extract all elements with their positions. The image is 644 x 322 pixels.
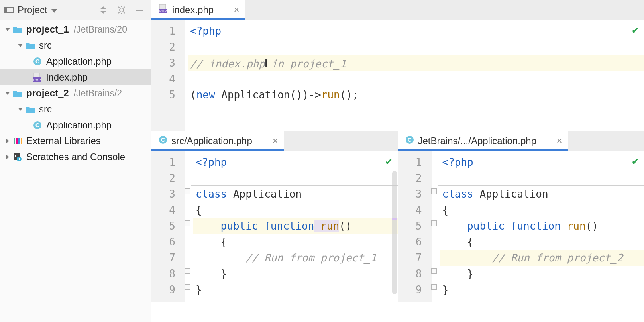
- close-icon[interactable]: ✕: [272, 137, 278, 145]
- line-number[interactable]: 6: [398, 234, 432, 250]
- tree-node[interactable]: src: [0, 37, 151, 53]
- code-token: (: [190, 89, 196, 101]
- line-number[interactable]: 3: [398, 186, 432, 202]
- chevron-down-icon[interactable]: [17, 106, 24, 112]
- line-number[interactable]: 7: [151, 250, 185, 266]
- svg-marker-3: [100, 6, 106, 9]
- fold-toggle-icon[interactable]: [431, 188, 437, 194]
- tree-node-label: project_2: [26, 88, 69, 99]
- editor-application-left[interactable]: 123456789 <?php class Application { p: [151, 151, 398, 302]
- close-icon[interactable]: ✕: [234, 6, 240, 14]
- svg-rect-30: [21, 138, 22, 144]
- code-area[interactable]: <?php class Application { public functio…: [191, 151, 398, 302]
- editor-index-php[interactable]: 12345 <?php // index.php in project_1I (…: [151, 20, 644, 131]
- tree-node[interactable]: src: [0, 101, 151, 117]
- line-number[interactable]: 2: [151, 170, 185, 186]
- marker-bar[interactable]: [391, 171, 398, 302]
- gutter[interactable]: 123456789: [398, 151, 432, 302]
- line-number[interactable]: 9: [398, 282, 432, 298]
- chevron-right-icon[interactable]: [4, 154, 11, 160]
- settings-gear-icon[interactable]: [116, 4, 127, 16]
- line-number[interactable]: 6: [151, 234, 185, 250]
- fold-toggle-icon[interactable]: [185, 220, 190, 226]
- tree-node-label: project_1: [26, 24, 69, 35]
- code-token: public: [442, 220, 505, 232]
- code-token: public: [196, 220, 258, 232]
- close-icon[interactable]: ✕: [556, 137, 562, 145]
- hide-button[interactable]: [134, 4, 145, 16]
- svg-rect-28: [16, 138, 18, 144]
- line-number[interactable]: 3: [151, 55, 185, 71]
- line-number[interactable]: 1: [398, 154, 432, 170]
- inspection-ok-icon[interactable]: ✔: [632, 155, 638, 167]
- line-number[interactable]: 1: [151, 23, 185, 39]
- fold-toggle-icon[interactable]: [431, 220, 437, 226]
- tab-application-right[interactable]: C JetBrains/.../Application.php ✕: [398, 131, 569, 151]
- tab-index-php[interactable]: PHP index.php ✕: [151, 0, 245, 20]
- libs-icon: [12, 137, 23, 145]
- line-number[interactable]: 5: [398, 218, 432, 234]
- line-number[interactable]: 7: [398, 250, 432, 266]
- code-token: class: [442, 188, 473, 200]
- svg-text:C: C: [35, 58, 39, 65]
- svg-marker-2: [51, 9, 57, 13]
- tree-node[interactable]: CApplication.php: [0, 117, 151, 133]
- project-view-selector[interactable]: Project: [4, 4, 96, 16]
- inspection-ok-icon[interactable]: ✔: [386, 155, 392, 167]
- line-number[interactable]: 8: [398, 266, 432, 282]
- tree-node-label: Application.php: [46, 120, 112, 131]
- code-token: Application: [473, 188, 548, 200]
- tab-application-left[interactable]: C src/Application.php ✕: [151, 131, 284, 151]
- fold-toggle-icon[interactable]: [185, 284, 190, 290]
- chevron-down-icon[interactable]: [4, 27, 11, 32]
- tree-node[interactable]: project_1/JetBrains/20: [0, 22, 151, 37]
- svg-marker-4: [100, 11, 106, 14]
- fold-toggle-icon[interactable]: [431, 284, 437, 290]
- line-number[interactable]: 9: [151, 282, 185, 298]
- line-number[interactable]: 8: [151, 266, 185, 282]
- line-number[interactable]: 4: [398, 202, 432, 218]
- line-number[interactable]: 1: [151, 154, 185, 170]
- editor-area: PHP index.php ✕ 12345 <?php // index.php…: [151, 0, 644, 322]
- usage-marker[interactable]: [392, 218, 397, 220]
- fold-toggle-icon[interactable]: [431, 268, 437, 274]
- line-number[interactable]: 5: [151, 218, 185, 234]
- svg-rect-27: [14, 138, 15, 144]
- gutter[interactable]: 12345: [151, 20, 185, 131]
- line-number[interactable]: 2: [398, 170, 432, 186]
- select-opened-file-button[interactable]: [98, 4, 109, 16]
- fold-column[interactable]: [432, 151, 438, 302]
- chevron-down-icon[interactable]: [17, 43, 24, 48]
- tree-node[interactable]: Scratches and Console: [0, 149, 151, 165]
- chevron-down-icon: [51, 4, 57, 16]
- tree-node[interactable]: External Libraries: [0, 133, 151, 149]
- line-number[interactable]: 4: [151, 202, 185, 218]
- code-area[interactable]: <?php class Application { public functio…: [438, 151, 644, 302]
- fold-toggle-icon[interactable]: [185, 268, 190, 274]
- code-token: Application())->: [215, 89, 321, 101]
- editor-application-right[interactable]: 123456789 <?php class Application { p: [398, 151, 644, 302]
- fold-column[interactable]: [185, 151, 191, 302]
- code-token: run: [314, 220, 339, 232]
- svg-marker-15: [5, 28, 10, 31]
- code-token: new: [196, 89, 215, 101]
- tree-node[interactable]: project_2/JetBrains/2: [0, 85, 151, 101]
- folder-icon: [12, 89, 23, 97]
- tree-node-label: Application.php: [46, 56, 112, 67]
- fold-toggle-icon[interactable]: [185, 188, 190, 194]
- chevron-down-icon[interactable]: [4, 90, 11, 96]
- gutter[interactable]: 123456789: [151, 151, 185, 302]
- code-area[interactable]: <?php // index.php in project_1I (new Ap…: [185, 20, 644, 131]
- line-number[interactable]: 4: [151, 71, 185, 87]
- inspection-ok-icon[interactable]: ✔: [632, 24, 638, 36]
- tree-node[interactable]: PHPindex.php: [0, 69, 151, 85]
- project-tree[interactable]: project_1/JetBrains/20srcCApplication.ph…: [0, 20, 151, 165]
- line-number[interactable]: 2: [151, 39, 185, 55]
- line-number[interactable]: 3: [151, 186, 185, 202]
- line-number[interactable]: 5: [151, 87, 185, 103]
- folder-icon: [12, 26, 23, 33]
- tree-node[interactable]: CApplication.php: [0, 53, 151, 69]
- code-token: Application: [227, 188, 302, 200]
- code-token: {: [442, 204, 449, 216]
- chevron-right-icon[interactable]: [4, 138, 11, 144]
